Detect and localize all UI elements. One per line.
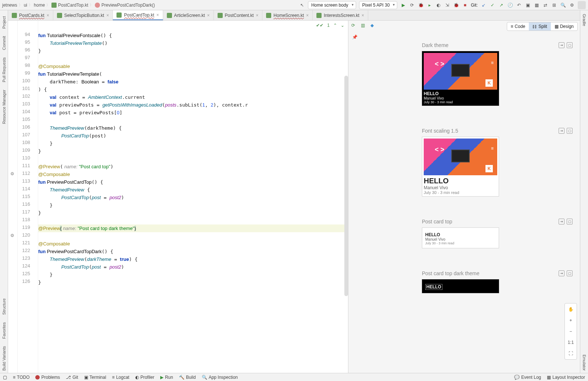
event-log-tool[interactable]: 💬 Event Log: [514, 375, 541, 380]
tab-postcards[interactable]: PostCards.kt×: [8, 10, 53, 20]
chevron-down-icon[interactable]: ⌄: [341, 23, 344, 28]
interactive-icon[interactable]: ▢: [567, 270, 573, 276]
profiler-icon[interactable]: ◐: [435, 2, 441, 8]
interactive-icon[interactable]: ▢: [567, 128, 573, 134]
app-inspection-tool[interactable]: 🔍 App Inspection: [202, 375, 238, 380]
git-tool[interactable]: ⎇ Git: [66, 375, 78, 380]
back-icon[interactable]: ↖: [299, 2, 305, 8]
rollback-icon[interactable]: ↶: [516, 2, 522, 8]
build-tool[interactable]: 🔨 Build: [179, 375, 196, 380]
structure-tool[interactable]: Structure: [2, 298, 6, 315]
close-icon[interactable]: ×: [306, 13, 309, 18]
zoom-in-button[interactable]: +: [566, 316, 575, 325]
preview-scroll[interactable]: Manuel Vivo July 30 - 3 min read Dark th…: [348, 21, 580, 308]
run-config-dropdown[interactable]: Home screen body: [308, 1, 356, 9]
close-icon[interactable]: ×: [256, 13, 258, 18]
layout-icon[interactable]: ▥: [361, 23, 368, 29]
todo-tool[interactable]: ≡ TODO: [13, 375, 29, 380]
layers-icon[interactable]: ◆: [370, 23, 377, 29]
commit-tool[interactable]: Commit: [2, 36, 6, 50]
interactive-icon[interactable]: ▢: [567, 42, 573, 48]
preview-label: Post card top dark theme: [422, 270, 479, 276]
breadcrumb-file[interactable]: PostCardTop.kt: [58, 3, 88, 8]
avd-icon[interactable]: ▣: [525, 2, 531, 8]
apply-changes-icon[interactable]: ⟳: [409, 2, 415, 8]
code-editor[interactable]: ⚙ ⚙ 949596979899100101102103104105106107…: [8, 21, 348, 374]
preview-label: Font scaling 1.5: [422, 128, 458, 134]
coverage-icon[interactable]: ▸: [427, 2, 433, 8]
close-icon[interactable]: ×: [47, 13, 49, 18]
settings-icon[interactable]: ⚙: [569, 2, 575, 8]
inspections-widget[interactable]: ✔✔ 1 ⌃ ⌄: [316, 23, 344, 28]
zoom-out-button[interactable]: −: [566, 327, 575, 336]
user-avatar[interactable]: [578, 1, 586, 9]
vcs-update-icon[interactable]: ↙: [481, 2, 487, 8]
refresh-icon[interactable]: ⟳: [351, 23, 358, 29]
profiler-tool[interactable]: ◐ Profiler: [135, 375, 154, 380]
terminal-tool[interactable]: ▣ Terminal: [84, 375, 106, 380]
run-tool[interactable]: ▶ Run: [160, 375, 173, 380]
gear-icon[interactable]: ⚙: [10, 171, 15, 176]
code-area[interactable]: fun TutorialPreviewFontscale() { Tutoria…: [38, 21, 348, 374]
device-dropdown[interactable]: Pixel 5 API 30: [359, 1, 398, 9]
close-icon[interactable]: ×: [157, 12, 159, 18]
vertical-scrollbar[interactable]: [344, 76, 348, 296]
vcs-commit-icon[interactable]: ✓: [490, 2, 495, 8]
gear-icon[interactable]: ⚙: [10, 233, 15, 238]
breadcrumb-segment[interactable]: home: [34, 3, 45, 8]
interactive-icon[interactable]: ▢: [567, 219, 573, 224]
debug-icon[interactable]: 🐞: [418, 2, 424, 8]
search-icon[interactable]: 🔍: [560, 2, 566, 8]
vcs-push-icon[interactable]: ↗: [498, 2, 504, 8]
project-tool[interactable]: Project: [2, 16, 6, 29]
tab-interestsscreen[interactable]: InterestsScreen.kt×: [313, 10, 368, 20]
code-view-button[interactable]: ≡ Code: [507, 22, 529, 30]
logcat-tool[interactable]: ≡ Logcat: [112, 375, 129, 380]
tab-postcontent[interactable]: PostContent.kt×: [214, 10, 263, 20]
more-run-icon[interactable]: 🐞: [453, 2, 459, 8]
chevron-up-icon[interactable]: ⌃: [333, 23, 337, 28]
history-icon[interactable]: 🕘: [507, 2, 513, 8]
breadcrumb[interactable]: jetnews〉 ui〉 home〉 PostCardTop.kt〉 Previ…: [2, 3, 155, 8]
tool-window-menu-icon[interactable]: ▢: [3, 375, 7, 380]
build-variants-tool[interactable]: Build Variants: [2, 346, 6, 371]
layout-inspector-tool[interactable]: ▦ Layout Inspector: [547, 375, 585, 380]
structure-icon[interactable]: ⊞: [551, 2, 557, 8]
emulator-tool[interactable]: Emulator: [582, 355, 587, 371]
breadcrumb-segment[interactable]: ui: [24, 3, 27, 8]
stop-icon[interactable]: ■: [462, 2, 468, 8]
resource-manager-tool[interactable]: Resource Manager: [2, 90, 6, 124]
pan-icon[interactable]: ✋: [566, 305, 575, 314]
right-tool-rail: Gradle Emulator: [580, 10, 588, 374]
pullrequests-tool[interactable]: Pull Requests: [2, 57, 6, 82]
zoom-ratio-button[interactable]: 1:1: [566, 338, 575, 347]
gradle-tool[interactable]: Gradle: [582, 14, 587, 26]
deploy-icon[interactable]: ⇥: [559, 42, 564, 48]
close-icon[interactable]: ×: [106, 13, 109, 18]
tab-selecttopic[interactable]: SelectTopicButton.kt×: [53, 10, 113, 20]
run-icon[interactable]: ▶: [400, 2, 406, 8]
close-icon[interactable]: ×: [362, 13, 364, 18]
fold-column[interactable]: [33, 21, 38, 374]
attach-debugger-icon[interactable]: ⇲: [444, 2, 450, 8]
deploy-icon[interactable]: ⇥: [559, 128, 564, 134]
preview-card-dark[interactable]: < > K ≡ HELLO Manuel Vivo July 30 - 3 mi…: [422, 51, 499, 106]
preview-card-scaled[interactable]: < > K ≡ HELLO Manuel Vivo July 30 - 3 mi…: [422, 137, 499, 197]
zoom-fit-button[interactable]: ⛶: [566, 349, 575, 358]
problems-tool[interactable]: Problems: [35, 375, 60, 380]
sdk-icon[interactable]: ▦: [534, 2, 539, 8]
close-icon[interactable]: ×: [207, 13, 210, 18]
split-view-button[interactable]: ⫿⫿ Split: [529, 22, 551, 30]
tab-homescreen[interactable]: HomeScreen.kt×: [262, 10, 313, 20]
preview-card-dark-noimg[interactable]: HELLO: [422, 279, 499, 293]
tab-postcardtop[interactable]: PostCardTop.kt×: [113, 10, 163, 20]
preview-card-noimg[interactable]: HELLO Manuel Vivo July 30 - 3 min read: [422, 227, 499, 248]
sync-icon[interactable]: ⇄: [542, 2, 548, 8]
design-view-button[interactable]: ▦ Design: [551, 22, 577, 30]
breadcrumb-function[interactable]: PreviewPostCardTopDark(): [101, 3, 155, 8]
tab-articlescreen[interactable]: ArticleScreen.kt×: [163, 10, 214, 20]
breadcrumb-segment[interactable]: jetnews: [2, 3, 17, 8]
deploy-icon[interactable]: ⇥: [559, 219, 564, 224]
favorites-tool[interactable]: Favorites: [2, 322, 6, 339]
deploy-icon[interactable]: ⇥: [559, 270, 564, 276]
